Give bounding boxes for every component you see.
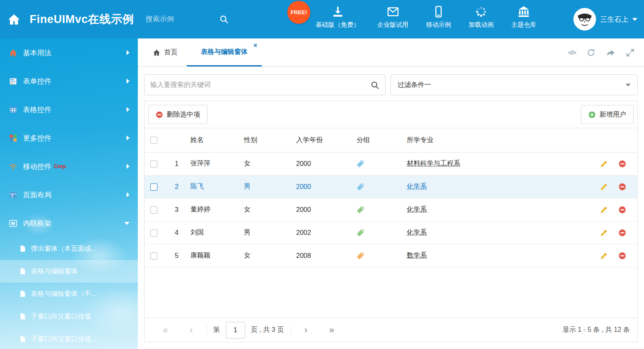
- header-search-input[interactable]: [146, 15, 208, 23]
- sidebar-subitem[interactable]: 表格与编辑窗体（不...: [0, 283, 138, 305]
- major-link[interactable]: 化学系: [407, 229, 427, 236]
- row-checkbox[interactable]: [150, 252, 157, 260]
- delete-row-icon[interactable]: [619, 206, 626, 214]
- header-nav-theme-store[interactable]: 主题仓库: [505, 5, 542, 29]
- table-row[interactable]: 1张萍萍女2000材料科学与工程系: [145, 152, 637, 175]
- add-user-button[interactable]: 新增用户: [581, 105, 634, 124]
- table-row[interactable]: 5康颖颖女2008数学系: [145, 244, 637, 267]
- edit-icon[interactable]: [600, 206, 608, 214]
- select-all-checkbox[interactable]: [150, 137, 157, 144]
- tab-home[interactable]: 首页: [144, 38, 187, 66]
- delete-row-icon[interactable]: [619, 183, 626, 191]
- keyword-search-input[interactable]: [150, 81, 370, 89]
- tab-content: 过滤条件一 删除选中项 新增用户: [138, 67, 644, 349]
- avatar[interactable]: [573, 8, 596, 31]
- filter-dropdown[interactable]: 过滤条件一: [390, 74, 638, 95]
- sidebar-subitem[interactable]: 子窗口向父窗口传值: [0, 305, 138, 328]
- plus-circle-icon: [588, 111, 596, 118]
- delete-selected-button[interactable]: 删除选中项: [148, 105, 208, 124]
- delete-row-icon[interactable]: [619, 160, 626, 168]
- first-page-button[interactable]: «: [152, 326, 179, 335]
- table-row[interactable]: 2陈飞男2000化学系: [145, 175, 637, 198]
- corp-badge: Corp.: [54, 163, 67, 169]
- table-row[interactable]: 4刘国男2002化学系: [145, 221, 637, 244]
- cell-gender: 女: [241, 244, 293, 267]
- edit-icon[interactable]: [600, 229, 608, 237]
- sidebar-item-basic-usage[interactable]: 基本用法: [0, 38, 138, 67]
- sidebar-subitem[interactable]: 子窗口向父窗口传值...: [0, 328, 138, 349]
- edit-icon[interactable]: [600, 252, 608, 260]
- sidebar-subitem-label: 子窗口向父窗口传值...: [31, 335, 96, 344]
- search-icon[interactable]: [370, 81, 379, 89]
- sidebar-item-inline-frame[interactable]: 内联框架: [0, 209, 138, 237]
- sidebar-item-grid-controls[interactable]: 表格控件: [0, 95, 138, 124]
- header-nav-basic-free[interactable]: 基础版（免费）: [310, 5, 365, 29]
- chevron-right-icon: [127, 50, 129, 55]
- filter-dropdown-value: 过滤条件一: [398, 81, 431, 89]
- tab-label: 首页: [164, 48, 177, 57]
- cell-name: 刘国: [187, 221, 241, 244]
- header-nav-mobile-demo[interactable]: 移动示例: [420, 5, 457, 29]
- sidebar-item-label: 更多控件: [23, 133, 51, 143]
- username: 三生石上: [600, 15, 629, 24]
- open-new-window-icon[interactable]: [606, 48, 615, 57]
- major-link[interactable]: 材料科学与工程系: [407, 160, 460, 167]
- table-row[interactable]: 3董婷婷女2000化学系: [145, 198, 637, 221]
- sidebar-item-mobile-controls[interactable]: 移动控件Corp.: [0, 152, 138, 181]
- row-checkbox[interactable]: [150, 206, 157, 214]
- free-badge: FREE!: [287, 1, 310, 24]
- sidebar-item-label: 基本用法: [23, 48, 51, 58]
- sidebar-item-more-controls[interactable]: 更多控件: [0, 124, 138, 152]
- file-icon: [19, 268, 26, 275]
- refresh-icon[interactable]: [586, 48, 596, 57]
- header-user-menu[interactable]: 三生石上: [573, 8, 637, 31]
- delete-row-icon[interactable]: [619, 229, 626, 237]
- view-source-icon[interactable]: </>: [568, 49, 576, 56]
- cell-year: 2000: [293, 175, 353, 198]
- tab-grid-edit-window[interactable]: 表格与编辑窗体 ×: [187, 38, 262, 66]
- cell-gender: 女: [241, 152, 293, 175]
- major-link[interactable]: 化学系: [407, 183, 427, 190]
- row-checkbox[interactable]: [150, 229, 157, 237]
- header-nav: 基础版（免费）企业版试用移动示例加载动画主题仓库: [310, 5, 542, 29]
- mobile-icon: [432, 5, 445, 18]
- pager-divider: [291, 325, 291, 336]
- row-checkbox[interactable]: [150, 183, 157, 191]
- sidebar-item-page-layout[interactable]: 页面布局: [0, 181, 138, 209]
- header-nav-enterprise-trial[interactable]: 企业版试用: [371, 5, 414, 29]
- last-page-button[interactable]: »: [318, 326, 345, 335]
- sidebar-subitem[interactable]: 表格与编辑窗体: [0, 260, 138, 283]
- cell-gender: 女: [241, 198, 293, 221]
- edit-icon[interactable]: [600, 183, 608, 191]
- delete-row-icon[interactable]: [619, 252, 626, 260]
- next-page-button[interactable]: ›: [294, 326, 318, 335]
- row-checkbox[interactable]: [150, 160, 157, 168]
- record-summary: 显示 1 - 5 条 , 共 12 条: [563, 326, 630, 334]
- top-header: FineUIMvc在线示例 FREE! 基础版（免费）企业版试用移动示例加载动画…: [0, 0, 644, 38]
- close-icon[interactable]: ×: [254, 42, 257, 49]
- sidebar-subitem[interactable]: 弹出窗体（本页面或...: [0, 237, 138, 260]
- column-header-group: 分组: [353, 128, 403, 152]
- chevron-right-icon: [127, 192, 129, 197]
- sidebar-item-label: 表单控件: [23, 76, 51, 86]
- file-icon: [19, 245, 26, 252]
- edit-icon[interactable]: [600, 160, 608, 168]
- cell-name: 张萍萍: [187, 152, 241, 175]
- page-number-input[interactable]: [226, 322, 245, 339]
- cell-year: 2000: [293, 198, 353, 221]
- major-link[interactable]: 数学系: [407, 252, 427, 259]
- tag-icon: [357, 252, 364, 260]
- nav-item-label: 主题仓库: [511, 21, 536, 29]
- prev-page-button[interactable]: ‹: [179, 326, 203, 335]
- major-link[interactable]: 化学系: [407, 206, 427, 213]
- frame-icon: [9, 219, 17, 227]
- sidebar-item-label: 表格控件: [23, 105, 51, 115]
- sidebar-item-form-controls[interactable]: 表单控件: [0, 67, 138, 95]
- chevron-right-icon: [127, 164, 129, 169]
- home-logo-icon[interactable]: [7, 13, 21, 26]
- header-nav-loading-animation[interactable]: 加载动画: [463, 5, 499, 29]
- search-icon[interactable]: [219, 15, 228, 24]
- maximize-icon[interactable]: [626, 48, 635, 57]
- add-user-label: 新增用户: [599, 110, 626, 119]
- sidebar-menu: 基本用法表单控件表格控件更多控件移动控件Corp.页面布局内联框架弹出窗体（本页…: [0, 38, 138, 349]
